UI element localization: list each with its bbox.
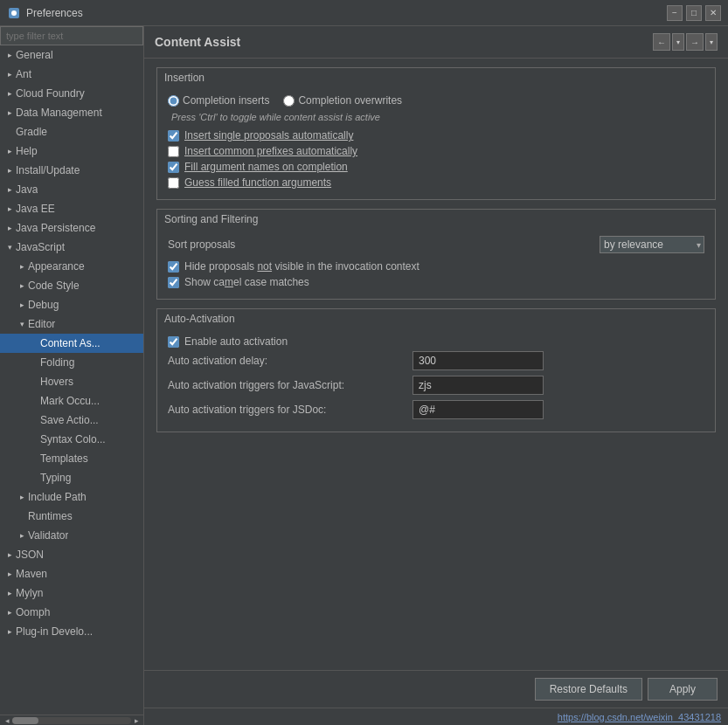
status-link[interactable]: https://blog.csdn.net/weixin_43431218 xyxy=(558,712,721,722)
sidebar-item-help[interactable]: Help xyxy=(0,142,143,161)
tree-container: GeneralAntCloud FoundryData ManagementGr… xyxy=(0,45,143,715)
close-button[interactable]: ✕ xyxy=(705,5,721,21)
window-title: Preferences xyxy=(26,7,667,19)
sidebar-item-include-path[interactable]: Include Path xyxy=(0,487,143,507)
sidebar-item-java-ee[interactable]: Java EE xyxy=(0,199,143,218)
sidebar-item-ant[interactable]: Ant xyxy=(0,65,143,84)
checkbox-single-proposals-label[interactable]: Insert single proposals automatically xyxy=(184,129,353,142)
restore-defaults-button[interactable]: Restore Defaults xyxy=(535,678,642,701)
sidebar-item-runtimes[interactable]: Runtimes xyxy=(0,507,143,526)
sidebar-item-maven[interactable]: Maven xyxy=(0,564,143,583)
scrollbar-track xyxy=(12,717,131,724)
sidebar-item-mylyn[interactable]: Mylyn xyxy=(0,583,143,603)
checkbox-hide-proposals-input[interactable] xyxy=(168,261,179,273)
sidebar-item-mark-occurrences[interactable]: Mark Occu... xyxy=(0,391,143,411)
checkbox-camel-case-label[interactable]: Show camel case matches xyxy=(184,276,309,288)
sidebar-item-label-appearance: Appearance xyxy=(28,260,85,273)
sidebar-item-cloud-foundry[interactable]: Cloud Foundry xyxy=(0,84,143,103)
checkbox-common-prefixes: Insert common prefixes automatically xyxy=(168,145,704,157)
sidebar-item-label-mylyn: Mylyn xyxy=(16,587,43,599)
sort-select-wrapper: by relevance alphabetically xyxy=(600,236,704,253)
content-area: Content Assist ← ▾ → ▾ Insertion Compl xyxy=(144,26,728,725)
checkbox-guess-filled-input[interactable] xyxy=(168,177,179,189)
checkbox-enable-auto-label[interactable]: Enable auto activation xyxy=(184,335,288,348)
minimize-button[interactable]: − xyxy=(667,5,683,21)
radio-group: Completion inserts Completion overwrites xyxy=(168,94,704,107)
jsdoc-triggers-input[interactable] xyxy=(413,400,544,419)
checkbox-fill-argument-label[interactable]: Fill argument names on completion xyxy=(184,161,348,173)
sort-select[interactable]: by relevance alphabetically xyxy=(600,236,704,253)
radio-overwrites-text: Completion overwrites xyxy=(298,94,402,107)
checkbox-camel-case-input[interactable] xyxy=(168,277,179,288)
back-dropdown-button[interactable]: ▾ xyxy=(672,33,684,51)
forward-button[interactable]: → xyxy=(686,33,704,51)
radio-completion-inserts[interactable] xyxy=(168,95,179,107)
sidebar-item-install-update[interactable]: Install/Update xyxy=(0,161,143,180)
tree-arrow-java-persistence xyxy=(3,222,16,234)
sidebar-item-java-persistence[interactable]: Java Persistence xyxy=(0,218,143,238)
svg-point-1 xyxy=(11,10,17,16)
tree-arrow-validator xyxy=(16,529,28,542)
js-triggers-input[interactable] xyxy=(413,376,544,395)
sidebar-item-code-style[interactable]: Code Style xyxy=(0,276,143,295)
radio-completion-overwrites[interactable] xyxy=(283,95,295,107)
forward-dropdown-button[interactable]: ▾ xyxy=(705,33,718,51)
jsdoc-triggers-label: Auto activation triggers for JSDoc: xyxy=(168,404,413,416)
tree-arrow-json xyxy=(3,549,16,561)
sidebar-item-typing[interactable]: Typing xyxy=(0,468,143,487)
sidebar-item-label-data-management: Data Management xyxy=(16,107,102,119)
maximize-button[interactable]: □ xyxy=(686,5,702,21)
auto-activation-section-title: Auto-Activation xyxy=(157,309,715,328)
scroll-right-icon[interactable]: ▸ xyxy=(131,715,142,726)
sidebar-item-gradle[interactable]: Gradle xyxy=(0,122,143,142)
sidebar-item-javascript[interactable]: JavaScript xyxy=(0,238,143,257)
checkbox-guess-filled-label[interactable]: Guess filled function arguments xyxy=(184,176,331,189)
checkbox-enable-auto-input[interactable] xyxy=(168,336,179,348)
checkbox-guess-filled: Guess filled function arguments xyxy=(168,176,704,189)
scroll-left-icon[interactable]: ◂ xyxy=(2,715,12,726)
checkbox-single-proposals-input[interactable] xyxy=(168,130,179,142)
checkbox-common-prefixes-label[interactable]: Insert common prefixes automatically xyxy=(184,145,357,157)
sidebar-item-label-folding: Folding xyxy=(40,356,74,369)
sidebar-item-data-management[interactable]: Data Management xyxy=(0,103,143,122)
tree-arrow-cloud-foundry xyxy=(3,87,16,100)
tree-arrow-include-path xyxy=(16,491,28,503)
checkbox-single-proposals: Insert single proposals automatically xyxy=(168,129,704,142)
checkbox-hide-proposals-label[interactable]: Hide proposals not visible in the invoca… xyxy=(184,260,419,273)
sidebar-item-general[interactable]: General xyxy=(0,45,143,65)
sidebar-item-validator[interactable]: Validator xyxy=(0,526,143,545)
sidebar-item-java[interactable]: Java xyxy=(0,180,143,199)
sidebar-item-label-maven: Maven xyxy=(16,568,47,580)
delay-input[interactable] xyxy=(413,351,544,370)
sidebar-item-oomph[interactable]: Oomph xyxy=(0,603,143,622)
sidebar-item-label-typing: Typing xyxy=(40,472,71,484)
sidebar-item-label-code-style: Code Style xyxy=(28,280,80,292)
sidebar-item-folding[interactable]: Folding xyxy=(0,353,143,372)
tree-arrow-help xyxy=(3,145,16,157)
horizontal-scrollbar[interactable]: ◂ ▸ xyxy=(0,715,143,725)
checkbox-common-prefixes-input[interactable] xyxy=(168,146,179,157)
tree-arrow-java xyxy=(3,183,16,196)
tree-arrow-install-update xyxy=(3,164,16,176)
checkbox-fill-argument-input[interactable] xyxy=(168,162,179,173)
sidebar-item-appearance[interactable]: Appearance xyxy=(0,257,143,276)
sidebar-item-templates[interactable]: Templates xyxy=(0,449,143,468)
insertion-section-title: Insertion xyxy=(157,68,715,87)
radio-inserts-label[interactable]: Completion inserts xyxy=(168,94,269,107)
sidebar-item-content-assist[interactable]: Content As... xyxy=(0,334,143,353)
filter-input[interactable] xyxy=(0,26,143,45)
back-button[interactable]: ← xyxy=(653,33,670,51)
radio-overwrites-label[interactable]: Completion overwrites xyxy=(283,94,402,107)
app-icon xyxy=(7,6,21,20)
sidebar-item-json[interactable]: JSON xyxy=(0,545,143,564)
sidebar-item-save-actions[interactable]: Save Actio... xyxy=(0,411,143,430)
sidebar-item-plugin-development[interactable]: Plug-in Develo... xyxy=(0,622,143,641)
apply-button[interactable]: Apply xyxy=(648,678,718,701)
js-triggers-label: Auto activation triggers for JavaScript: xyxy=(168,379,413,391)
sidebar-item-editor[interactable]: Editor xyxy=(0,314,143,334)
sidebar-item-syntax-coloring[interactable]: Syntax Colo... xyxy=(0,430,143,449)
sidebar-item-debug[interactable]: Debug xyxy=(0,295,143,314)
jsdoc-triggers-row: Auto activation triggers for JSDoc: xyxy=(168,400,704,419)
tree-arrow-code-style xyxy=(16,280,28,292)
sidebar-item-hovers[interactable]: Hovers xyxy=(0,372,143,391)
